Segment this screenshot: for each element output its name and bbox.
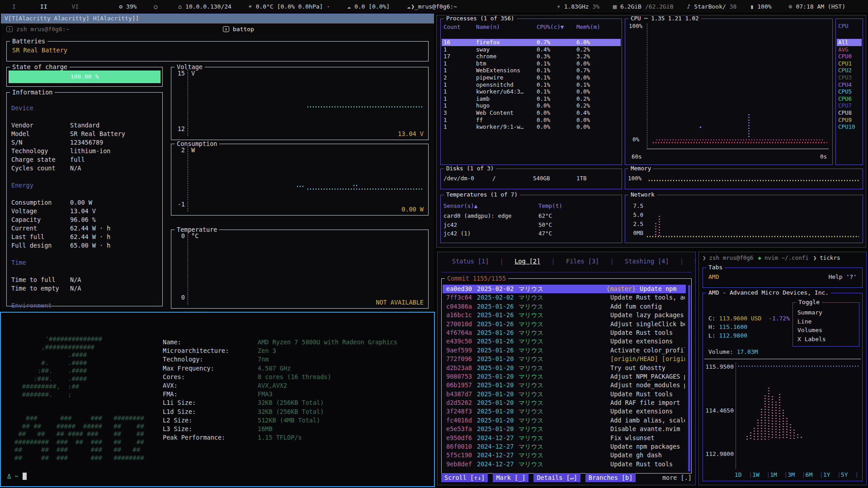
commit-row[interactable]: fc4016d 2025-01-20 マリウス Add iamb alias, …	[443, 416, 686, 425]
price-scatter	[703, 293, 862, 481]
process-row[interactable]: 1 kworker/9:1-w… 0.0% 0.0%	[442, 123, 621, 131]
commit-row[interactable]: d2d5262 2025-01-20 マリウス Add RAF file imp…	[443, 399, 686, 407]
cpu-legend-item[interactable]: All	[837, 39, 862, 46]
commit-row[interactable]: 06b1957 2025-01-20 マリウス Adjust node_modu…	[443, 381, 686, 389]
gitui-action-button[interactable]: Branches [b]	[585, 473, 636, 482]
commit-row[interactable]: 270010d 2025-01-26 マリウス Adjust singleCli…	[443, 320, 686, 328]
process-row[interactable]: 1 kworker/u64:3… 0.1% 0.0%	[442, 88, 621, 95]
terminal-tab[interactable]: ❯ zsh mrus@f0g6	[703, 254, 753, 261]
gitui-action-button[interactable]: Scroll [↑↓]	[441, 473, 488, 482]
time-range-button[interactable]: 1D |	[735, 471, 752, 478]
cpu-info-row: FMA:FMA3	[163, 390, 397, 399]
commit-row[interactable]: 772f096 2025-01-20 マリウス [origin/HEAD] [o…	[443, 355, 686, 363]
commit-row[interactable]: e5e53fa 2025-01-20 マリウス Disable avante.n…	[443, 425, 686, 433]
commit-row[interactable]: b4387d7 2025-01-20 マリウス Update Rust tool…	[443, 390, 686, 399]
gitui-action-button[interactable]: Mark [_]	[493, 473, 528, 482]
terminal-tab[interactable]: ❯ battop	[217, 23, 434, 34]
ticker-symbol[interactable]: AMD	[708, 273, 719, 280]
commit-row[interactable]: 5f5c190 2024-12-27 マリウス Update gh dash	[443, 451, 686, 460]
cpu-info-row: L2 Size:512KB (4MB Total)	[163, 416, 397, 425]
process-row[interactable]: 17 chrome 0.3% 3.2%	[442, 53, 621, 60]
cpu-legend-item[interactable]: CPU2	[837, 67, 862, 74]
cpu-legend-item[interactable]: CPU7	[837, 102, 862, 109]
clock-item: ⊙07:18 AM (HST)	[789, 3, 849, 10]
battery-name[interactable]: SR Real Battery	[12, 47, 67, 54]
price-bar	[790, 424, 791, 440]
gitui-action-button[interactable]: Details [↵]	[533, 473, 580, 482]
commit-row[interactable]: 7ff3c64 2025-02-02 マリウス Update Rust tool…	[443, 293, 686, 302]
commit-row[interactable]: 4f6764a 2025-01-26 マリウス Update Rust tool…	[443, 328, 686, 337]
cpu-legend-item[interactable]: CPU8	[837, 109, 862, 117]
time-range-button[interactable]: 3M |	[788, 471, 805, 478]
cpu-legend-item[interactable]: CPU6	[837, 95, 862, 103]
process-row[interactable]: 1 ff 0.0% 0.0%	[442, 117, 621, 124]
temperature-table-header[interactable]: Sensor(s)▲ Temp(t)	[443, 202, 619, 209]
cpu-info-row: Peak Performance:1.15 TFLOP/s	[163, 433, 397, 442]
process-row[interactable]: 1 opensnitchd 0.1% 0.1%	[442, 81, 621, 89]
commit-row[interactable]: c04386a 2025-01-26 マリウス Add fum config	[443, 302, 686, 311]
disk-row[interactable]: /dev/dm-0 / 540GB 1TB	[443, 175, 587, 182]
commit-row[interactable]: d2b23a8 2025-01-20 マリウス Try out Ghostty	[443, 364, 686, 372]
gitui-tab[interactable]: Files [3] |	[566, 258, 625, 265]
commit-row[interactable]: 9eb8def 2024-12-27 マリウス Update Rust tool…	[443, 460, 686, 469]
scrollbar[interactable]	[688, 285, 690, 471]
cpu-legend-item[interactable]: CPU0	[837, 53, 862, 60]
price-bar	[754, 428, 755, 440]
process-table-header[interactable]: Count Name(n) CPU%(c)▼ Mem%(m)	[443, 23, 620, 30]
commit-row[interactable]: e950df6 2024-12-27 マリウス Fix wlsunset	[443, 434, 686, 442]
process-row[interactable]: 1 sway 0.4% 0.2%	[442, 46, 621, 53]
gitui-tab[interactable]: Log [2] |	[514, 258, 566, 265]
cpu-legend-item[interactable]: AVG	[837, 46, 862, 53]
temperature-row[interactable]: card0 (amdgpu): edge 62°C	[443, 211, 619, 221]
commit-row[interactable]: 86f0010 2024-12-27 マリウス Update npm packa…	[443, 442, 686, 451]
price-bar	[801, 437, 802, 440]
gitui-tab[interactable]: Stashing [4] |	[625, 258, 694, 265]
commit-row[interactable]: 9aef599 2025-01-26 マリウス Activate color_p…	[443, 346, 686, 355]
process-row[interactable]: 2 pipewire 0.1% 0.0%	[442, 74, 621, 81]
commit-row[interactable]: 3f248f3 2025-01-20 マリウス Update extension…	[443, 407, 686, 416]
cpu-info-row: Technology:7nm	[163, 355, 397, 364]
cpu-legend-item[interactable]: CPU9	[837, 117, 862, 124]
cpu-legend-item[interactable]: CPU5	[837, 88, 862, 95]
cpu-legend-item[interactable]: CPU3	[837, 74, 862, 81]
process-row[interactable]: 1 btm 0.1% 0.0%	[442, 60, 621, 67]
time-range-button[interactable]: 1Y |	[823, 471, 841, 478]
cpu-legend-item[interactable]: CPU4	[837, 81, 862, 89]
cpu-info-row: L1i Size:32KB (256KB Total)	[163, 399, 397, 407]
commit-row[interactable]: ea0ed30 2025-02-02 マリウス {master}Update n…	[443, 285, 686, 293]
cpu-legend-item[interactable]: CPU10	[837, 123, 862, 131]
branch-badge: {master}	[606, 285, 636, 292]
charge-gauge: 100.00 %	[9, 70, 160, 83]
shell-prompt[interactable]: Δ ~	[7, 473, 27, 480]
battery-info-row: Energy	[7, 181, 162, 190]
more-button[interactable]: more [.]	[662, 473, 692, 482]
process-row[interactable]: 16 firefox 0.7% 6.0%	[442, 39, 621, 46]
commit-row[interactable]: e439c50 2025-01-26 マリウス Update extension…	[443, 337, 686, 346]
gitui-tab[interactable]: S |	[695, 258, 696, 265]
help-hint[interactable]: Help '?'	[828, 273, 857, 280]
process-row[interactable]: 1 iamb 0.1% 0.2%	[442, 95, 621, 103]
terminal-tab[interactable]: ❯ tickrs	[813, 254, 840, 261]
time-range-button[interactable]: 1W |	[752, 471, 770, 478]
cpu-legend-item[interactable]: CPU1	[837, 60, 862, 67]
network-spike	[659, 216, 660, 236]
temperature-row[interactable]: jc42 (1) 47°C	[443, 229, 619, 238]
terminal-tab[interactable]: ◆ nvim ~/.confi	[758, 254, 808, 261]
commit-row[interactable]: a16bc1c 2025-01-26 マリウス Update lazy pack…	[443, 311, 686, 319]
time-range-button[interactable]: 6M |	[806, 471, 823, 478]
state-of-charge-panel: State of charge 100.00 %	[6, 67, 163, 87]
process-row[interactable]: 1 WebExtensions 0.1% 0.7%	[442, 67, 621, 74]
battery-info-row: ModelSR Real Battery	[7, 130, 162, 138]
time-range-button[interactable]: 1M |	[770, 471, 788, 478]
gitui-tab[interactable]: Status [1] |	[452, 258, 514, 265]
commit-row[interactable]: 9080753 2025-01-20 マリウス Adjust NPM_PACKA…	[443, 372, 686, 381]
time-range-button[interactable]: 5Y |	[841, 471, 859, 478]
voltage-graph: Voltage 15 V 12 13.04 V	[171, 67, 429, 140]
terminal-window[interactable]: '############## ,############# .#### #. …	[0, 312, 435, 487]
temperature-row[interactable]: jc42 50°C	[443, 221, 619, 230]
process-row[interactable]: 3 Web Content 0.0% 0.4%	[442, 109, 621, 117]
speaker-icon: ♪	[687, 3, 691, 10]
sway-titlebar[interactable]: V[T[Alacritty Alacritty] H[Alacritty]]	[1, 14, 434, 23]
terminal-tab[interactable]: ❯ zsh mrus@f0g6:~	[1, 23, 217, 34]
process-row[interactable]: 1 hugo 0.0% 0.2%	[442, 102, 621, 109]
